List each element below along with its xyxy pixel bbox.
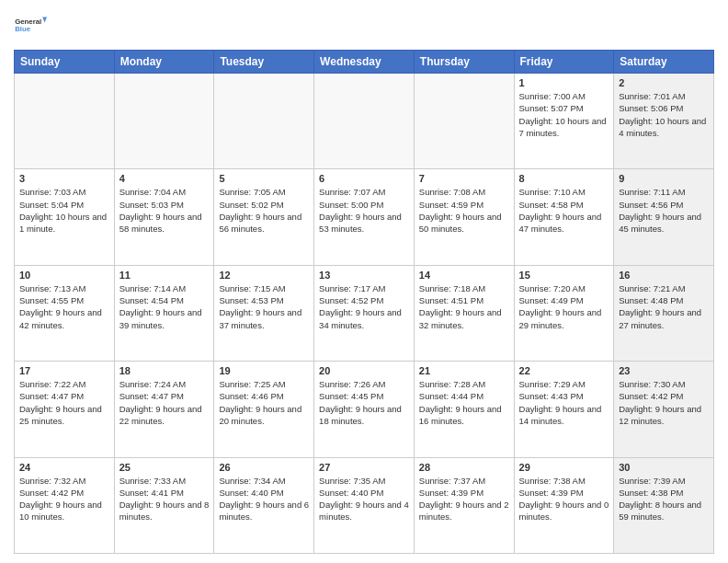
day-info: Sunrise: 7:17 AM Sunset: 4:52 PM Dayligh… [319,282,409,331]
weekday-header: Monday [114,51,214,74]
calendar-cell [414,74,514,169]
day-number: 4 [119,173,210,184]
calendar-cell: 21Sunrise: 7:28 AM Sunset: 4:44 PM Dayli… [414,362,514,457]
svg-marker-2 [42,17,47,22]
weekday-header: Saturday [614,51,714,74]
day-number: 5 [219,173,309,184]
day-info: Sunrise: 7:08 AM Sunset: 4:59 PM Dayligh… [419,186,509,235]
day-number: 27 [319,462,409,473]
day-number: 12 [219,270,309,281]
weekday-header: Thursday [414,51,514,74]
day-number: 18 [119,365,210,376]
day-info: Sunrise: 7:01 AM Sunset: 5:06 PM Dayligh… [619,90,709,139]
day-number: 13 [319,270,409,281]
day-info: Sunrise: 7:04 AM Sunset: 5:03 PM Dayligh… [119,186,210,235]
calendar-cell: 24Sunrise: 7:32 AM Sunset: 4:42 PM Dayli… [15,457,115,553]
day-number: 10 [19,270,109,281]
logo-svg: General Blue [14,9,47,42]
calendar-cell: 13Sunrise: 7:17 AM Sunset: 4:52 PM Dayli… [314,265,415,361]
calendar-cell: 1Sunrise: 7:00 AM Sunset: 5:07 PM Daylig… [514,74,614,169]
calendar-cell: 28Sunrise: 7:37 AM Sunset: 4:39 PM Dayli… [414,457,514,553]
day-info: Sunrise: 7:10 AM Sunset: 4:58 PM Dayligh… [519,186,609,235]
day-info: Sunrise: 7:38 AM Sunset: 4:39 PM Dayligh… [519,475,609,523]
day-number: 17 [19,365,109,376]
day-info: Sunrise: 7:03 AM Sunset: 5:04 PM Dayligh… [19,186,109,235]
day-number: 30 [619,462,709,473]
day-info: Sunrise: 7:24 AM Sunset: 4:47 PM Dayligh… [119,378,210,427]
calendar-cell: 12Sunrise: 7:15 AM Sunset: 4:53 PM Dayli… [214,265,314,361]
calendar-cell: 4Sunrise: 7:04 AM Sunset: 5:03 PM Daylig… [114,169,214,265]
day-info: Sunrise: 7:20 AM Sunset: 4:49 PM Dayligh… [519,282,609,331]
day-number: 28 [419,462,509,473]
logo: General Blue [14,9,47,42]
day-number: 24 [19,462,109,473]
day-info: Sunrise: 7:34 AM Sunset: 4:40 PM Dayligh… [219,475,309,523]
weekday-header: Sunday [15,51,115,74]
day-number: 23 [619,365,709,376]
day-number: 19 [219,365,309,376]
day-number: 2 [619,77,709,88]
calendar-cell: 26Sunrise: 7:34 AM Sunset: 4:40 PM Dayli… [214,457,314,553]
day-info: Sunrise: 7:05 AM Sunset: 5:02 PM Dayligh… [219,186,309,235]
day-info: Sunrise: 7:25 AM Sunset: 4:46 PM Dayligh… [219,378,309,427]
day-info: Sunrise: 7:22 AM Sunset: 4:47 PM Dayligh… [19,378,109,427]
day-info: Sunrise: 7:32 AM Sunset: 4:42 PM Dayligh… [19,475,109,523]
day-number: 22 [519,365,609,376]
day-info: Sunrise: 7:33 AM Sunset: 4:41 PM Dayligh… [119,475,210,523]
calendar-cell: 17Sunrise: 7:22 AM Sunset: 4:47 PM Dayli… [15,362,115,457]
calendar-cell: 22Sunrise: 7:29 AM Sunset: 4:43 PM Dayli… [514,362,614,457]
calendar-cell: 10Sunrise: 7:13 AM Sunset: 4:55 PM Dayli… [15,265,115,361]
weekday-header: Friday [514,51,614,74]
weekday-header: Tuesday [214,51,314,74]
calendar-cell [114,74,214,169]
calendar-cell: 16Sunrise: 7:21 AM Sunset: 4:48 PM Dayli… [614,265,714,361]
day-info: Sunrise: 7:29 AM Sunset: 4:43 PM Dayligh… [519,378,609,427]
calendar-cell [314,74,415,169]
day-info: Sunrise: 7:30 AM Sunset: 4:42 PM Dayligh… [619,378,709,427]
day-info: Sunrise: 7:21 AM Sunset: 4:48 PM Dayligh… [619,282,709,331]
day-number: 14 [419,270,509,281]
calendar-cell: 14Sunrise: 7:18 AM Sunset: 4:51 PM Dayli… [414,265,514,361]
calendar-cell: 18Sunrise: 7:24 AM Sunset: 4:47 PM Dayli… [114,362,214,457]
calendar-cell: 9Sunrise: 7:11 AM Sunset: 4:56 PM Daylig… [614,169,714,265]
calendar-cell [15,74,115,169]
svg-text:General: General [15,17,41,26]
day-number: 3 [19,173,109,184]
day-info: Sunrise: 7:14 AM Sunset: 4:54 PM Dayligh… [119,282,210,331]
day-number: 16 [619,270,709,281]
calendar-cell: 7Sunrise: 7:08 AM Sunset: 4:59 PM Daylig… [414,169,514,265]
day-info: Sunrise: 7:07 AM Sunset: 5:00 PM Dayligh… [319,186,409,235]
day-number: 25 [119,462,210,473]
day-number: 11 [119,270,210,281]
day-number: 15 [519,270,609,281]
calendar-cell: 8Sunrise: 7:10 AM Sunset: 4:58 PM Daylig… [514,169,614,265]
day-info: Sunrise: 7:37 AM Sunset: 4:39 PM Dayligh… [419,475,509,523]
calendar: SundayMondayTuesdayWednesdayThursdayFrid… [14,50,714,554]
day-info: Sunrise: 7:00 AM Sunset: 5:07 PM Dayligh… [519,90,609,139]
svg-text:Blue: Blue [15,25,31,33]
day-info: Sunrise: 7:26 AM Sunset: 4:45 PM Dayligh… [319,378,409,427]
calendar-cell: 25Sunrise: 7:33 AM Sunset: 4:41 PM Dayli… [114,457,214,553]
day-info: Sunrise: 7:13 AM Sunset: 4:55 PM Dayligh… [19,282,109,331]
day-info: Sunrise: 7:18 AM Sunset: 4:51 PM Dayligh… [419,282,509,331]
calendar-cell: 30Sunrise: 7:39 AM Sunset: 4:38 PM Dayli… [614,457,714,553]
day-info: Sunrise: 7:28 AM Sunset: 4:44 PM Dayligh… [419,378,509,427]
weekday-header: Wednesday [314,51,415,74]
day-number: 9 [619,173,709,184]
day-number: 29 [519,462,609,473]
calendar-cell: 5Sunrise: 7:05 AM Sunset: 5:02 PM Daylig… [214,169,314,265]
calendar-cell: 15Sunrise: 7:20 AM Sunset: 4:49 PM Dayli… [514,265,614,361]
day-number: 1 [519,77,609,88]
day-number: 21 [419,365,509,376]
day-number: 7 [419,173,509,184]
calendar-cell: 20Sunrise: 7:26 AM Sunset: 4:45 PM Dayli… [314,362,415,457]
calendar-cell: 2Sunrise: 7:01 AM Sunset: 5:06 PM Daylig… [614,74,714,169]
day-info: Sunrise: 7:35 AM Sunset: 4:40 PM Dayligh… [319,475,409,523]
calendar-cell: 27Sunrise: 7:35 AM Sunset: 4:40 PM Dayli… [314,457,415,553]
day-number: 26 [219,462,309,473]
day-info: Sunrise: 7:39 AM Sunset: 4:38 PM Dayligh… [619,475,709,523]
day-info: Sunrise: 7:11 AM Sunset: 4:56 PM Dayligh… [619,186,709,235]
calendar-cell: 11Sunrise: 7:14 AM Sunset: 4:54 PM Dayli… [114,265,214,361]
calendar-cell: 6Sunrise: 7:07 AM Sunset: 5:00 PM Daylig… [314,169,415,265]
calendar-cell: 19Sunrise: 7:25 AM Sunset: 4:46 PM Dayli… [214,362,314,457]
